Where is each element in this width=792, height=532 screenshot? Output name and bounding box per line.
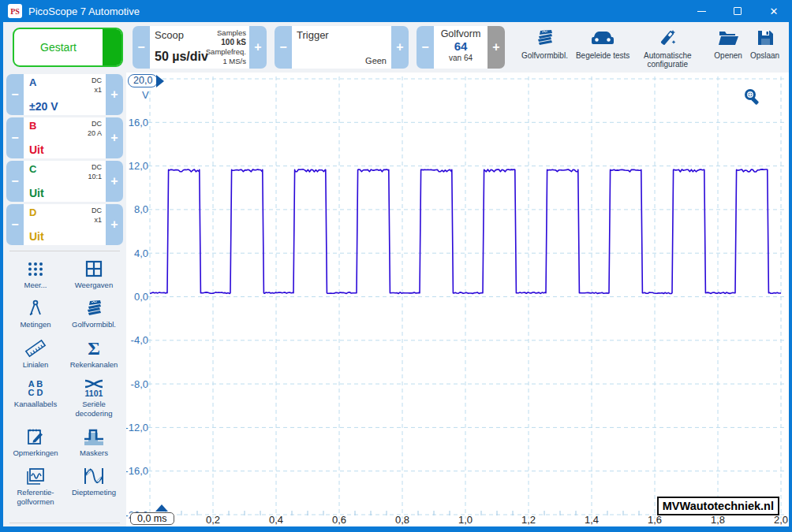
sidebar-item-more[interactable]: Meer... (6, 258, 65, 289)
channel-a-increase-button[interactable]: + (106, 74, 123, 115)
waveform-nav-title: Golfvorm (437, 28, 484, 39)
channel-a-decrease-button[interactable]: − (6, 74, 24, 115)
serial-decoding-icon: 1101 (80, 377, 107, 399)
channel-coupling: DC10:1 (88, 163, 102, 181)
channel-c-settings[interactable]: C DC10:1 Uit (24, 161, 106, 202)
sidebar-item-math-channels[interactable]: Σ Rekenkanalen (65, 337, 123, 369)
channel-a-axis-marker[interactable]: 20,0 (128, 74, 164, 87)
waveform-nav-panel[interactable]: Golfvorm 64 van 64 (434, 26, 488, 69)
timebase-increase-button[interactable]: + (249, 26, 267, 69)
trigger-panel[interactable]: Trigger Geen (292, 26, 391, 69)
timebase-panel[interactable]: Scoop 50 µs/div Samples 100 kS Samplefre… (150, 26, 249, 69)
sidebar-item-label: Kanaallabels (14, 400, 57, 408)
svg-text:-16,0: -16,0 (126, 465, 148, 477)
toolbar-action-label: Golfvormbibl. (521, 51, 568, 61)
scope-display[interactable]: 16,012,08,04,00,0-4,0-8,0-12,0-16,0-20,0… (126, 73, 789, 526)
scope-canvas[interactable]: 16,012,08,04,00,0-4,0-8,0-12,0-16,0-20,0… (126, 73, 789, 526)
svg-text:0,6: 0,6 (332, 514, 346, 526)
waveform-previous-button[interactable]: − (417, 26, 434, 69)
sidebar-item-label: Meer... (24, 281, 47, 289)
waveform-library-button[interactable]: Golfvormbibl. (521, 26, 568, 61)
svg-text:1101: 1101 (85, 389, 103, 398)
svg-text:0,2: 0,2 (206, 514, 220, 526)
guided-tests-button[interactable]: Begeleide tests (576, 26, 629, 61)
auto-setup-icon (656, 26, 679, 50)
more-icon (25, 258, 46, 280)
sidebar-item-label: Maskers (80, 448, 108, 457)
svg-text:4,0: 4,0 (134, 247, 148, 259)
svg-text:1,6: 1,6 (648, 514, 662, 526)
minimize-button[interactable] (683, 0, 719, 22)
start-status-block (103, 29, 121, 65)
waveform-next-button[interactable]: + (488, 26, 505, 69)
svg-text:16,0: 16,0 (129, 117, 148, 128)
sidebar-item-label: Metingen (20, 320, 50, 329)
sidebar-item-serial-decoding[interactable]: 1101 Seriële decodering (65, 377, 123, 418)
sidebar-item-masks[interactable]: Maskers (65, 426, 123, 457)
channel-coupling: DC20 A (88, 120, 102, 138)
sidebar-item-waveform-library[interactable]: Golfvormbibl. (65, 297, 123, 329)
sidebar-divider (9, 251, 120, 251)
masks-icon (82, 426, 106, 448)
reference-waveforms-icon (24, 465, 47, 487)
sidebar-item-views[interactable]: Weergaven (65, 258, 123, 289)
math-channels-icon: Σ (84, 337, 104, 359)
window-title: PicoScope 7 Automotive (28, 6, 140, 17)
channel-b-decrease-button[interactable]: − (6, 117, 24, 158)
sidebar-item-reference-waveforms[interactable]: Referentie-golfvormen (6, 465, 65, 506)
depth-gauge-icon (81, 465, 106, 487)
magnifier-icon (742, 87, 764, 109)
channel-letter: D (29, 206, 36, 218)
time-offset-marker[interactable]: 0,0 ms (130, 511, 174, 526)
minimize-icon (697, 11, 706, 12)
rulers-icon (24, 337, 47, 359)
trigger-increase-button[interactable]: + (391, 26, 409, 69)
timebase-group: − Scoop 50 µs/div Samples 100 kS Samplef… (133, 26, 267, 69)
zoom-tool-button[interactable] (742, 87, 764, 109)
sidebar-item-channel-labels[interactable]: A BC D Kanaallabels (6, 377, 65, 418)
toolbar-actions: Golfvormbibl. Begeleide tests Automatisc… (517, 26, 783, 69)
channel-d-increase-button[interactable]: + (106, 204, 123, 245)
svg-text:-12,0: -12,0 (126, 422, 148, 433)
channel-labels-icon: A BC D (24, 377, 47, 399)
notes-icon (24, 426, 47, 448)
sidebar-item-depth-gauge[interactable]: Dieptemeting (65, 465, 123, 506)
trigger-decrease-button[interactable]: − (275, 26, 292, 69)
window-controls (683, 0, 792, 22)
sidebar-item-label: Opmerkingen (13, 448, 58, 457)
views-icon (84, 258, 104, 280)
channel-letter: C (29, 163, 36, 175)
start-stop-button[interactable]: Gestart (13, 28, 123, 67)
sidebar-item-label: Golfvormbibl. (72, 320, 116, 329)
svg-text:0,8: 0,8 (395, 514, 409, 526)
channel-b-panel: − B DC20 A Uit + (6, 117, 123, 158)
window-content: Gestart − Scoop 50 µs/div Samples 100 kS… (3, 22, 789, 526)
samplefreq-label: Samplefreq. (206, 47, 246, 56)
svg-text:Σ: Σ (88, 338, 100, 359)
samplefreq-value: 1 MS/s (222, 57, 246, 65)
maximize-button[interactable] (719, 0, 756, 22)
toolbar: Gestart − Scoop 50 µs/div Samples 100 kS… (3, 22, 789, 73)
channel-coupling: DCx1 (92, 206, 102, 225)
auto-setup-button[interactable]: Automatische configuratie (637, 26, 697, 69)
save-icon (754, 26, 776, 50)
open-button[interactable]: Openen (714, 26, 742, 61)
channel-a-settings[interactable]: A DCx1 ±20 V (24, 74, 106, 115)
measurements-icon (25, 297, 46, 319)
channel-c-increase-button[interactable]: + (106, 161, 123, 202)
close-button[interactable] (756, 0, 792, 22)
sidebar-item-notes[interactable]: Opmerkingen (6, 426, 65, 457)
channel-d-decrease-button[interactable]: − (6, 204, 24, 245)
channel-b-settings[interactable]: B DC20 A Uit (24, 117, 106, 158)
channel-d-settings[interactable]: D DCx1 Uit (24, 204, 106, 245)
svg-text:8,0: 8,0 (134, 203, 148, 215)
sidebar-bottom-divider (9, 523, 120, 523)
svg-text:1,4: 1,4 (585, 514, 599, 526)
timebase-decrease-button[interactable]: − (133, 26, 150, 69)
channel-b-increase-button[interactable]: + (106, 117, 123, 158)
channel-c-decrease-button[interactable]: − (6, 161, 24, 202)
sidebar-item-measurements[interactable]: Metingen (6, 297, 65, 329)
save-button[interactable]: Opslaan (750, 26, 779, 61)
svg-text:0,4: 0,4 (269, 514, 283, 526)
sidebar-item-rulers[interactable]: Linialen (6, 337, 65, 369)
